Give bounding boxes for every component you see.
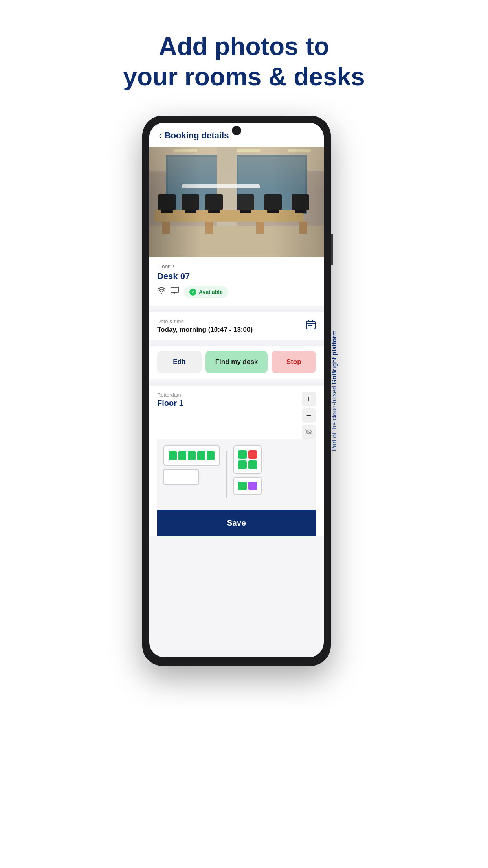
left-desk-area [163, 445, 220, 485]
calendar-icon[interactable] [306, 320, 316, 332]
save-button[interactable]: Save [157, 510, 316, 536]
floor-map-area [157, 439, 316, 510]
svg-rect-6 [217, 147, 237, 226]
svg-rect-17 [208, 210, 220, 213]
svg-rect-4 [168, 157, 235, 212]
desk-dot-purple [248, 482, 257, 490]
svg-rect-25 [174, 149, 197, 152]
wifi-icon [157, 287, 166, 296]
right-desk-area [233, 445, 262, 495]
find-my-desk-button[interactable]: Find my desk [205, 351, 268, 373]
floor-top-row: Rotterdam Floor 1 + − [157, 392, 316, 439]
svg-rect-14 [182, 194, 199, 210]
action-buttons: Edit Find my desk Stop [149, 346, 324, 379]
back-arrow-icon[interactable]: ‹ [159, 131, 161, 140]
available-badge: Available [184, 286, 228, 298]
branding-name: GoBright platform [331, 330, 338, 384]
svg-rect-0 [149, 147, 324, 257]
side-branding: Part of the cloud-based GoBright platfor… [331, 330, 346, 451]
desk-cluster-right [233, 445, 262, 474]
small-cluster [163, 469, 199, 485]
desk-info-section: Floor 2 Desk 07 [149, 257, 324, 306]
svg-rect-7 [154, 210, 303, 222]
svg-rect-15 [185, 210, 196, 213]
desk-dot-green3 [248, 460, 257, 469]
svg-rect-22 [292, 194, 309, 210]
datetime-value: Today, morning (10:47 - 13:00) [157, 326, 253, 334]
monitor-icon [171, 287, 179, 297]
svg-rect-9 [205, 222, 213, 234]
phone-notch [232, 126, 241, 135]
floor-map-container [157, 439, 316, 510]
floor-divider [226, 451, 227, 498]
floor-section: Rotterdam Floor 1 + − [149, 386, 324, 536]
phone-side-button [331, 234, 333, 265]
svg-rect-1 [149, 147, 324, 171]
phone-screen: ‹ Booking details [149, 123, 324, 657]
desk-dot [169, 451, 177, 460]
floor-zoom-controls: + − [302, 392, 316, 439]
stop-button[interactable]: Stop [272, 351, 316, 373]
page-title-block: Add photos to your rooms & desks [123, 31, 365, 92]
heading-line1: Add photos to [159, 32, 329, 61]
zoom-in-button[interactable]: + [302, 392, 316, 406]
svg-rect-27 [288, 149, 311, 152]
desk-floor-label: Floor 2 [157, 263, 316, 270]
desk-name-label: Desk 07 [157, 271, 316, 281]
zoom-out-button[interactable]: − [302, 408, 316, 423]
desk-dot-green4 [238, 482, 247, 490]
svg-rect-31 [310, 325, 312, 326]
divider3 [149, 383, 324, 386]
desk-dot [197, 451, 205, 460]
svg-rect-28 [171, 287, 179, 292]
svg-rect-3 [166, 155, 307, 214]
svg-rect-23 [295, 210, 306, 213]
datetime-section: Date & time Today, morning (10:47 - 13:0… [149, 312, 324, 340]
desk-dot [188, 451, 196, 460]
screen-title: Booking details [165, 131, 229, 141]
svg-rect-11 [299, 222, 307, 234]
svg-rect-5 [238, 157, 305, 212]
svg-rect-26 [237, 149, 260, 152]
desk-dot [178, 451, 186, 460]
phone-wrapper: ‹ Booking details [142, 116, 346, 666]
datetime-label: Date & time [157, 318, 253, 324]
desk-dot-green [238, 450, 247, 459]
svg-rect-12 [158, 194, 176, 210]
svg-rect-21 [267, 210, 279, 213]
desk-dot-red [248, 450, 257, 459]
desk-cluster-left [163, 445, 220, 466]
svg-rect-16 [205, 194, 223, 210]
divider [149, 309, 324, 312]
branding-prefix: Part of the cloud-based [331, 384, 338, 451]
phone-frame: ‹ Booking details [142, 116, 331, 666]
floor-city-label: Rotterdam [157, 392, 183, 398]
desk-dot-green2 [238, 460, 247, 469]
svg-rect-2 [149, 226, 324, 257]
heading-line2: your rooms & desks [123, 63, 365, 91]
divider2 [149, 343, 324, 346]
svg-rect-24 [182, 184, 260, 188]
status-text: Available [199, 289, 223, 295]
svg-rect-18 [237, 194, 254, 210]
svg-rect-19 [240, 210, 251, 213]
main-heading: Add photos to your rooms & desks [123, 31, 365, 92]
svg-rect-10 [256, 222, 264, 234]
floor-name-label: Floor 1 [157, 399, 183, 408]
toggle-visibility-button[interactable] [302, 425, 316, 439]
svg-rect-8 [162, 222, 170, 234]
svg-rect-13 [161, 210, 173, 213]
svg-rect-30 [308, 325, 310, 326]
edit-button[interactable]: Edit [157, 351, 202, 373]
room-photo [149, 147, 324, 257]
amenities-row: Available [157, 286, 316, 298]
svg-rect-20 [264, 194, 282, 210]
desk-cluster-right-bottom [233, 477, 262, 495]
desk-dot [207, 451, 215, 460]
